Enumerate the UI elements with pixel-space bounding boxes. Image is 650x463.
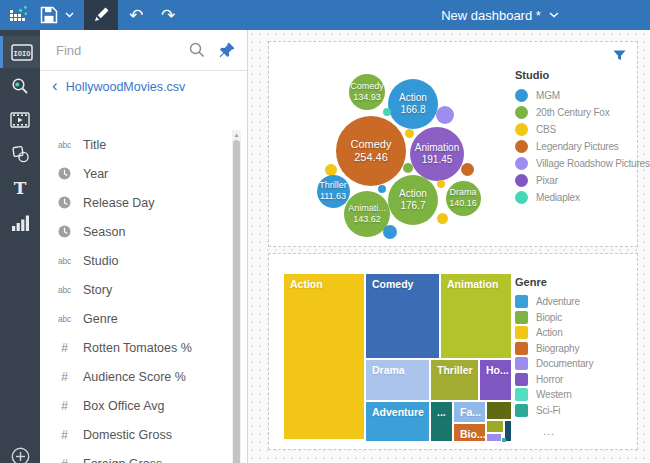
bubble-dot[interactable] bbox=[437, 180, 445, 188]
bubble-animation[interactable]: Animation191.45 bbox=[410, 127, 464, 181]
bubble-thriller[interactable]: Thriller111.63 bbox=[317, 175, 350, 208]
field-item-year[interactable]: Year bbox=[40, 159, 232, 188]
bubble-dot[interactable] bbox=[383, 225, 397, 239]
scrollbar-thumb[interactable] bbox=[233, 140, 240, 463]
treemap-cell[interactable] bbox=[502, 438, 506, 442]
legend-item-adventure[interactable]: Adventure bbox=[515, 294, 645, 310]
field-item-season[interactable]: Season bbox=[40, 217, 232, 246]
bubble-action[interactable]: Action176.7 bbox=[388, 175, 438, 225]
field-item-box-office-avg[interactable]: #Box Office Avg bbox=[40, 391, 232, 420]
legend-label: 20th Century Fox bbox=[536, 107, 610, 118]
legend-swatch bbox=[515, 174, 528, 187]
bubble-dot[interactable] bbox=[403, 163, 413, 173]
undo-icon: ↶ bbox=[129, 7, 143, 24]
legend-more[interactable]: ... bbox=[515, 425, 645, 437]
legend-item-cbs[interactable]: CBS bbox=[515, 121, 645, 138]
legend-swatch bbox=[515, 326, 528, 339]
legend-item-20th-century-fox[interactable]: 20th Century Fox bbox=[515, 104, 645, 121]
bubble-label: Thriller111.63 bbox=[319, 180, 347, 202]
treemap-cell-ho[interactable]: Ho... bbox=[480, 360, 511, 400]
undo-button[interactable]: ↶ bbox=[122, 0, 150, 30]
treemap-widget[interactable]: ActionComedyAnimationDramaThrillerHo...A… bbox=[268, 253, 638, 450]
bubble-label: Drama140.16 bbox=[449, 187, 477, 209]
legend-label: Village Roadshow Pictures bbox=[536, 158, 650, 169]
save-menu-chevron-icon[interactable] bbox=[62, 0, 76, 30]
bubble-action[interactable]: Action166.8 bbox=[388, 79, 438, 129]
bubble-label: Action166.8 bbox=[399, 92, 427, 116]
legend-label: Biography bbox=[536, 343, 579, 354]
find-input[interactable] bbox=[56, 43, 175, 58]
field-item-foreign-gross[interactable]: #Foreign Gross bbox=[40, 449, 232, 463]
field-list: abcTitleYearRelease DaySeasonabcStudioab… bbox=[40, 130, 232, 463]
legend-item-documentary[interactable]: Documentary bbox=[515, 356, 645, 372]
add-tab-button[interactable] bbox=[0, 447, 40, 463]
treemap-cell-thriller[interactable]: Thriller bbox=[431, 360, 478, 400]
treemap-cell-bio[interactable]: Bio... bbox=[454, 424, 485, 441]
field-item-title[interactable]: abcTitle bbox=[40, 130, 232, 159]
bubble-dot[interactable] bbox=[461, 163, 474, 176]
save-button[interactable] bbox=[36, 0, 62, 30]
bubble-dot[interactable] bbox=[383, 108, 391, 116]
field-item-genre[interactable]: abcGenre bbox=[40, 304, 232, 333]
field-type-number-icon: # bbox=[56, 399, 73, 413]
dashboard-title-menu[interactable]: New dashboard * bbox=[400, 0, 600, 30]
legend-swatch bbox=[515, 106, 528, 119]
legend-item-western[interactable]: Western bbox=[515, 387, 645, 403]
treemap-cell-action[interactable]: Action bbox=[284, 274, 364, 439]
field-item-domestic-gross[interactable]: #Domestic Gross bbox=[40, 420, 232, 449]
treemap-cell[interactable] bbox=[487, 434, 501, 441]
bubble-dot[interactable] bbox=[378, 185, 386, 193]
treemap-cell-label: Thriller bbox=[431, 360, 478, 376]
legend-swatch bbox=[515, 373, 528, 386]
field-item-story[interactable]: abcStory bbox=[40, 275, 232, 304]
dashboard-canvas[interactable]: Comedy134.93Action166.8Comedy254.46Anima… bbox=[248, 30, 650, 463]
sidebar-item-media[interactable] bbox=[0, 104, 40, 136]
panel-scrollbar[interactable]: ▴ bbox=[232, 130, 241, 463]
field-label: Studio bbox=[83, 254, 118, 268]
edit-pencil-button[interactable] bbox=[84, 0, 118, 30]
sidebar-item-explore[interactable] bbox=[0, 70, 40, 102]
bubble-drama[interactable]: Drama140.16 bbox=[446, 181, 481, 216]
field-item-release-day[interactable]: Release Day bbox=[40, 188, 232, 217]
bubble-chart-widget[interactable]: Comedy134.93Action166.8Comedy254.46Anima… bbox=[268, 41, 638, 247]
pin-icon[interactable] bbox=[219, 42, 235, 58]
app-logo-icon[interactable] bbox=[2, 0, 36, 30]
sidebar-item-data-set[interactable]: IOIO bbox=[0, 36, 40, 68]
field-item-studio[interactable]: abcStudio bbox=[40, 246, 232, 275]
legend-item-pixar[interactable]: Pixar bbox=[515, 172, 645, 189]
legend-item-biopic[interactable]: Biopic bbox=[515, 310, 645, 326]
filter-icon[interactable] bbox=[613, 48, 629, 62]
treemap-cell-adventure[interactable]: Adventure bbox=[366, 402, 429, 441]
svg-text:T: T bbox=[14, 179, 27, 197]
bubble-dot[interactable] bbox=[437, 213, 448, 224]
data-source-breadcrumb[interactable]: ‹ HollywoodMovies.csv bbox=[40, 73, 247, 100]
legend-item-biography[interactable]: Biography bbox=[515, 341, 645, 357]
plus-circle-icon bbox=[11, 447, 30, 463]
legend-item-horror[interactable]: Horror bbox=[515, 372, 645, 388]
bubble-dot[interactable] bbox=[436, 106, 454, 124]
treemap-cell[interactable] bbox=[487, 421, 503, 432]
sidebar-item-shapes[interactable] bbox=[0, 138, 40, 170]
legend-item-action[interactable]: Action bbox=[515, 325, 645, 341]
treemap-cell-fa[interactable]: Fa... bbox=[454, 402, 485, 422]
scroll-up-icon[interactable]: ▴ bbox=[232, 131, 241, 139]
treemap-cell-item[interactable]: ... bbox=[431, 402, 452, 441]
legend-item-legendary-pictures[interactable]: Legendary Pictures bbox=[515, 138, 645, 155]
legend-item-village-roadshow-pictures[interactable]: Village Roadshow Pictures bbox=[515, 155, 645, 172]
search-icon[interactable] bbox=[189, 42, 205, 58]
field-item-rotten-tomatoes[interactable]: #Rotten Tomatoes % bbox=[40, 333, 232, 362]
bubble-dot[interactable] bbox=[405, 129, 414, 138]
treemap-cell-drama[interactable]: Drama bbox=[366, 360, 429, 400]
legend-item-mediaplex[interactable]: Mediaplex bbox=[515, 189, 645, 206]
sidebar-item-text[interactable]: T bbox=[0, 172, 40, 204]
treemap-cell[interactable] bbox=[487, 402, 511, 419]
treemap-cell-animation[interactable]: Animation bbox=[441, 274, 511, 358]
field-item-audience-score[interactable]: #Audience Score % bbox=[40, 362, 232, 391]
redo-button[interactable]: ↷ bbox=[154, 0, 182, 30]
treemap-cell-comedy[interactable]: Comedy bbox=[366, 274, 439, 358]
bubble-comedy[interactable]: Comedy134.93 bbox=[349, 74, 385, 110]
legend-item-sci-fi[interactable]: Sci-Fi bbox=[515, 403, 645, 419]
legend-item-mgm[interactable]: MGM bbox=[515, 87, 645, 104]
sidebar-item-visualization[interactable] bbox=[0, 206, 40, 238]
bubble-comedy[interactable]: Comedy254.46 bbox=[336, 116, 406, 186]
